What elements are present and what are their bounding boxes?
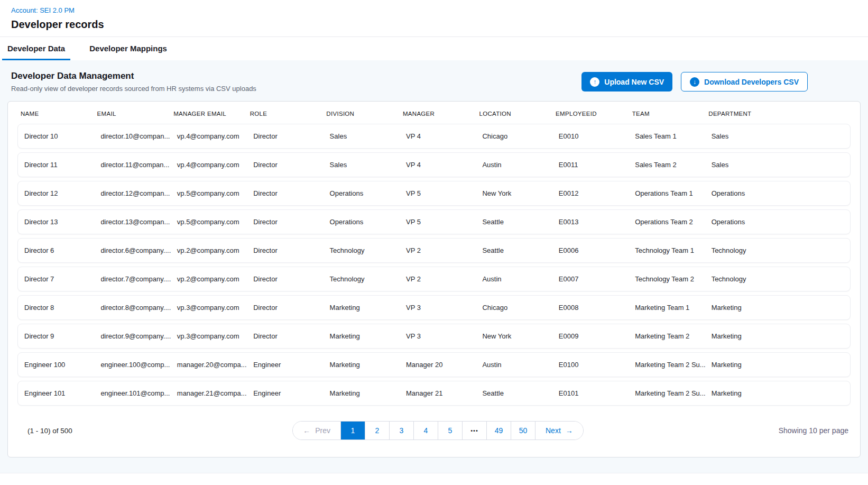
table-cell: Director [247, 132, 323, 140]
table-cell: Engineer [247, 389, 323, 397]
table-cell: Sales [324, 132, 400, 140]
pagination-page-4[interactable]: 4 [413, 422, 438, 440]
upload-button-label: Upload New CSV [604, 78, 664, 86]
pagination-page-2[interactable]: 2 [365, 422, 389, 440]
table-row: Engineer 100engineer.100@comp...manager.… [17, 352, 851, 377]
pagination-ellipsis: ••• [462, 422, 486, 440]
upload-csv-button[interactable]: ↑ Upload New CSV [581, 72, 672, 91]
table-cell: vp.2@company.com [171, 246, 247, 254]
pagination-next-button[interactable]: Next → [535, 422, 583, 440]
download-icon: ↓ [690, 77, 699, 87]
arrow-right-icon: → [566, 426, 573, 435]
table-cell: vp.2@company.com [171, 275, 247, 283]
table-cell: Marketing [324, 332, 400, 340]
table-cell: Austin [476, 161, 552, 169]
pagination-page-5[interactable]: 5 [438, 422, 462, 440]
table-cell: Marketing [705, 361, 850, 369]
table-cell: VP 5 [400, 218, 476, 226]
table-cell: Marketing [705, 304, 850, 312]
page-title: Developer records [11, 19, 857, 31]
pagination-page-49[interactable]: 49 [486, 422, 511, 440]
table-cell: Director [247, 189, 323, 197]
pagination-prev-button[interactable]: ← Prev [293, 422, 340, 440]
tab-bar: Developer DataDeveloper Mappings [0, 36, 868, 60]
table-cell: Operations [324, 218, 400, 226]
table-cell: Sales [705, 132, 850, 140]
table-cell: Chicago [476, 132, 552, 140]
table-cell: Marketing [324, 389, 400, 397]
table-cell: Director 8 [18, 304, 94, 312]
per-page-label: Showing 10 per page [584, 426, 851, 435]
table-cell: Director [247, 304, 323, 312]
table-cell: engineer.100@comp... [94, 361, 170, 369]
table-cell: E0013 [552, 218, 629, 226]
table-cell: Engineer 101 [18, 389, 94, 397]
table-cell: Operations Team 2 [629, 218, 705, 226]
column-header-manager-email: MANAGER EMAIL [170, 111, 247, 117]
table-cell: Manager 20 [400, 361, 476, 369]
table-cell: Director [247, 275, 323, 283]
table-cell: Operations [705, 218, 850, 226]
download-button-label: Download Developers CSV [704, 78, 799, 86]
table-cell: VP 4 [400, 132, 476, 140]
column-header-employeeid: EMPLOYEEID [552, 111, 629, 117]
table-row: Director 11director.11@compan...vp.4@com… [17, 152, 851, 177]
table-cell: manager.20@compa... [171, 361, 247, 369]
pagination-page-1[interactable]: 1 [340, 422, 365, 440]
section-title: Developer Data Management [11, 71, 256, 81]
column-header-email: EMAIL [94, 111, 171, 117]
header-buttons: ↑ Upload New CSV ↓ Download Developers C… [581, 72, 808, 91]
table-cell: Technology Team 2 [629, 275, 705, 283]
download-csv-button[interactable]: ↓ Download Developers CSV [681, 72, 808, 91]
table-cell: director.11@compan... [94, 161, 170, 169]
tab-developer-data[interactable]: Developer Data [2, 37, 70, 60]
table-cell: E0008 [552, 304, 629, 312]
table-cell: Marketing [705, 332, 850, 340]
table-cell: Director [247, 332, 323, 340]
table-cell: Manager 21 [400, 389, 476, 397]
table-cell: manager.21@compa... [171, 389, 247, 397]
pagination-row: (1 - 10) of 500 ← Prev 12345•••4950 Next… [17, 409, 851, 457]
table-cell: VP 4 [400, 161, 476, 169]
table-cell: vp.3@company.com [171, 332, 247, 340]
table-cell: Marketing Team 2 [629, 332, 705, 340]
bottom-strip [0, 473, 868, 483]
table-cell: E0007 [552, 275, 629, 283]
table-cell: Operations Team 1 [629, 189, 705, 197]
table-cell: engineer.101@comp... [94, 389, 170, 397]
table-cell: Marketing Team 2 Su... [629, 389, 705, 397]
table-cell: Marketing [324, 361, 400, 369]
page-header: Account: SEI 2.0 PM Developer records [0, 0, 868, 36]
table-cell: Seattle [476, 246, 552, 254]
table-row: Director 12director.12@compan...vp.5@com… [17, 181, 851, 206]
section-header-text: Developer Data Management Read-only view… [11, 71, 256, 93]
prev-label: Prev [315, 426, 330, 435]
pagination-page-3[interactable]: 3 [389, 422, 413, 440]
column-header-role: ROLE [247, 111, 324, 117]
table-cell: E0006 [552, 246, 629, 254]
table-cell: E0011 [552, 161, 629, 169]
table-cell: Sales [324, 161, 400, 169]
table-cell: vp.4@company.com [171, 132, 247, 140]
table-cell: director.8@company.... [94, 304, 170, 312]
pagination-range-label: (1 - 10) of 500 [17, 427, 292, 435]
table-cell: VP 3 [400, 304, 476, 312]
table-cell: VP 5 [400, 189, 476, 197]
developer-table-card: NAMEEMAILMANAGER EMAILROLEDIVISIONMANAGE… [7, 101, 861, 457]
table-cell: vp.3@company.com [171, 304, 247, 312]
table-cell: Sales [705, 161, 850, 169]
tab-developer-mappings[interactable]: Developer Mappings [84, 37, 172, 60]
table-cell: vp.5@company.com [171, 218, 247, 226]
table-cell: Director [247, 246, 323, 254]
table-cell: Director [247, 218, 323, 226]
account-link[interactable]: Account: SEI 2.0 PM [11, 6, 75, 14]
table-cell: Sales Team 2 [629, 161, 705, 169]
pagination-page-50[interactable]: 50 [511, 422, 535, 440]
table-cell: E0012 [552, 189, 629, 197]
column-header-team: TEAM [629, 111, 706, 117]
table-cell: Director 12 [18, 189, 94, 197]
table-cell: New York [476, 332, 552, 340]
upload-icon: ↑ [590, 77, 599, 87]
table-cell: vp.4@company.com [171, 161, 247, 169]
table-cell: Director 11 [18, 161, 94, 169]
